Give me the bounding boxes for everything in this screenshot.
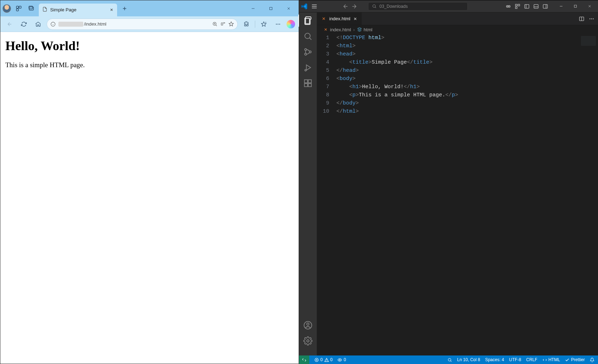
line-number: 4 <box>317 58 336 66</box>
code-editor[interactable]: 1<!DOCTYPE html>2<html>3<head>4 <title>S… <box>317 34 598 355</box>
code-line[interactable]: 8 <p>This is a simple HTML page.</p> <box>317 91 598 99</box>
explorer-icon[interactable] <box>303 16 313 25</box>
code-line[interactable]: 4 <title>Simple Page</title> <box>317 58 598 66</box>
svg-rect-17 <box>574 5 576 7</box>
svg-point-28 <box>307 323 309 326</box>
toggle-sidebar-icon[interactable] <box>524 4 530 9</box>
status-cursor[interactable]: Ln 10, Col 8 <box>457 357 480 362</box>
nav-forward-icon[interactable] <box>351 3 357 10</box>
tab-close-icon[interactable] <box>109 7 114 13</box>
refresh-button[interactable] <box>18 18 30 30</box>
copilot-icon[interactable] <box>287 20 295 28</box>
home-button[interactable] <box>32 18 44 30</box>
settings-gear-icon[interactable] <box>303 336 313 346</box>
crumb-node[interactable]: html <box>357 27 373 32</box>
address-bar[interactable]: /index.html <box>47 18 238 30</box>
new-tab-button[interactable] <box>119 3 130 14</box>
code-content[interactable]: </html> <box>336 107 359 116</box>
browser-tab[interactable]: Simple Page <box>39 4 117 16</box>
status-ports[interactable]: 0 <box>337 357 346 362</box>
toggle-secondary-icon[interactable] <box>542 4 548 9</box>
svg-point-21 <box>309 51 311 53</box>
vsc-close-icon[interactable] <box>583 1 596 11</box>
code-content[interactable]: <!DOCTYPE html> <box>336 34 384 42</box>
minimap[interactable] <box>581 36 596 46</box>
code-content[interactable]: </body> <box>336 99 359 107</box>
html-file-icon <box>321 16 326 21</box>
source-control-icon[interactable] <box>303 47 313 57</box>
back-button[interactable] <box>4 18 15 30</box>
remote-indicator[interactable] <box>299 355 309 364</box>
page-paragraph: This is a simple HTML page. <box>5 61 294 69</box>
site-info-icon[interactable] <box>51 22 56 27</box>
code-line[interactable]: 7 <h1>Hello, World!</h1> <box>317 83 598 91</box>
code-content[interactable]: <h1>Hello, World!</h1> <box>336 83 420 91</box>
line-number: 8 <box>317 91 336 99</box>
extensions-view-icon[interactable] <box>303 79 313 88</box>
search-icon[interactable] <box>303 32 313 41</box>
zoom-icon[interactable] <box>212 21 217 27</box>
editor-more-icon[interactable] <box>589 16 594 22</box>
status-eol[interactable]: CRLF <box>526 357 537 362</box>
editor-tab-close-icon[interactable] <box>353 17 357 21</box>
address-visible: /index.html <box>84 21 106 27</box>
run-debug-icon[interactable] <box>303 63 313 72</box>
status-spaces[interactable]: Spaces: 4 <box>485 357 504 362</box>
favorites-icon[interactable] <box>258 18 269 30</box>
code-content[interactable]: <html> <box>336 42 356 50</box>
code-content[interactable]: </head> <box>336 66 359 75</box>
status-language[interactable]: HTML <box>542 357 560 362</box>
browser-toolbar: /index.html <box>0 16 299 32</box>
hamburger-menu-icon[interactable] <box>311 3 318 10</box>
vsc-maximize-icon[interactable] <box>569 1 582 11</box>
nav-arrows <box>342 3 357 10</box>
tab-strip: Simple Page <box>0 0 299 16</box>
nav-back-icon[interactable] <box>342 3 349 10</box>
copilot-chat-icon[interactable] <box>505 4 511 9</box>
tab-actions-icon[interactable] <box>26 3 37 14</box>
code-content[interactable]: <p>This is a simple HTML page.</p> <box>336 91 458 99</box>
layout-customize-icon[interactable] <box>515 4 520 9</box>
extensions-icon[interactable] <box>241 18 252 30</box>
svg-point-6 <box>278 23 279 25</box>
vsc-minimize-icon[interactable] <box>555 1 567 11</box>
code-line[interactable]: 3<head> <box>317 50 598 58</box>
status-problems[interactable]: 0 0 <box>314 357 332 362</box>
page-body: Hello, World! This is a simple HTML page… <box>0 32 299 364</box>
command-center[interactable]: 03_Downloads <box>368 2 468 11</box>
code-content[interactable]: <body> <box>336 75 356 83</box>
address-text: /index.html <box>58 21 209 27</box>
window-maximize-icon[interactable] <box>263 3 279 14</box>
code-line[interactable]: 10</html> <box>317 107 598 116</box>
crumb-file[interactable]: index.html <box>323 27 351 32</box>
code-line[interactable]: 2<html> <box>317 42 598 50</box>
workspaces-icon[interactable] <box>13 3 24 14</box>
line-number: 6 <box>317 75 336 83</box>
code-line[interactable]: 6<body> <box>317 75 598 83</box>
favorite-icon[interactable] <box>229 21 234 27</box>
window-close-icon[interactable] <box>281 3 297 14</box>
code-line[interactable]: 9</body> <box>317 99 598 107</box>
line-number: 3 <box>317 50 336 58</box>
toolbar-divider <box>255 21 255 28</box>
window-minimize-icon[interactable] <box>245 3 261 14</box>
editor-tab[interactable]: index.html <box>317 12 362 25</box>
split-editor-icon[interactable] <box>579 16 584 22</box>
breadcrumb[interactable]: index.html › html <box>317 25 598 34</box>
status-notifications-icon[interactable] <box>590 358 594 362</box>
profile-avatar[interactable] <box>2 4 11 13</box>
svg-rect-15 <box>534 4 538 8</box>
status-encoding[interactable]: UTF-8 <box>509 357 521 362</box>
code-line[interactable]: 1<!DOCTYPE html> <box>317 34 598 42</box>
code-content[interactable]: <title>Simple Page</title> <box>336 58 432 66</box>
status-zoom[interactable] <box>447 358 452 362</box>
read-aloud-icon[interactable] <box>220 21 226 27</box>
code-content[interactable]: <head> <box>336 50 356 58</box>
status-prettier[interactable]: Prettier <box>565 357 585 362</box>
more-icon[interactable] <box>272 18 284 30</box>
accounts-icon[interactable] <box>303 321 313 330</box>
file-icon <box>42 7 47 13</box>
toggle-panel-icon[interactable] <box>533 4 539 9</box>
code-line[interactable]: 5</head> <box>317 66 598 75</box>
svg-point-36 <box>448 358 451 361</box>
